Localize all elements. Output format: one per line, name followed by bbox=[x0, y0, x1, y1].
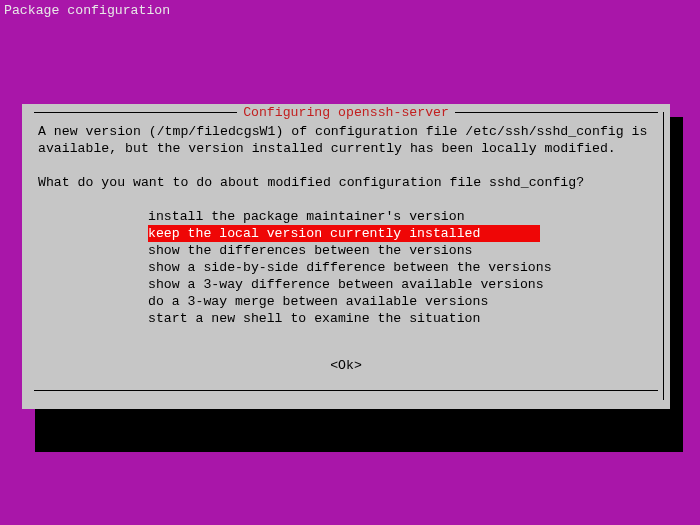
dialog-frame-bottom bbox=[34, 390, 658, 391]
frame-line-right bbox=[455, 112, 658, 113]
option-keep-local[interactable]: keep the local version currently install… bbox=[148, 225, 540, 242]
config-dialog: Configuring openssh-server A new version… bbox=[22, 104, 670, 409]
dialog-frame-top: Configuring openssh-server bbox=[34, 104, 658, 121]
option-3way-merge[interactable]: do a 3-way merge between available versi… bbox=[148, 293, 488, 310]
option-3way-diff[interactable]: show a 3-way difference between availabl… bbox=[148, 276, 544, 293]
frame-side-right bbox=[663, 112, 664, 400]
option-install-maintainer[interactable]: install the package maintainer's version bbox=[148, 208, 465, 225]
spacer bbox=[38, 157, 654, 174]
option-new-shell[interactable]: start a new shell to examine the situati… bbox=[148, 310, 480, 327]
ok-button[interactable]: <Ok> bbox=[330, 357, 362, 374]
message-line-1: A new version (/tmp/filedcgsW1) of confi… bbox=[38, 123, 654, 140]
dialog-title: Configuring openssh-server bbox=[237, 104, 455, 121]
frame-line-left bbox=[34, 112, 237, 113]
option-side-by-side-diff[interactable]: show a side-by-side difference between t… bbox=[148, 259, 552, 276]
dialog-body: A new version (/tmp/filedcgsW1) of confi… bbox=[34, 121, 658, 374]
question-text: What do you want to do about modified co… bbox=[38, 174, 654, 191]
option-show-diff[interactable]: show the differences between the version… bbox=[148, 242, 472, 259]
ok-row: <Ok> bbox=[38, 357, 654, 374]
spacer bbox=[38, 191, 654, 208]
message-line-2: available, but the version installed cur… bbox=[38, 140, 654, 157]
screen-title: Package configuration bbox=[4, 2, 170, 19]
options-list: install the package maintainer's version… bbox=[38, 208, 654, 327]
